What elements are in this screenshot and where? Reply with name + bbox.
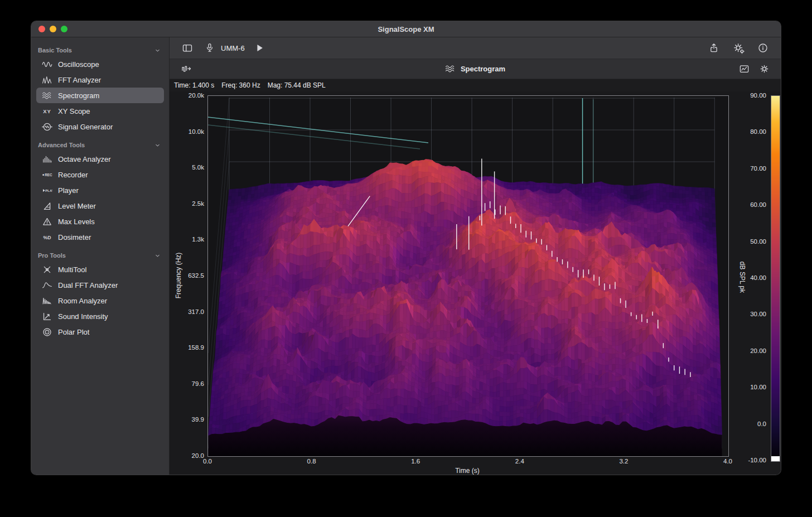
sidebar-item-label: MultiTool (58, 265, 86, 274)
player-icon: PLAY (40, 185, 54, 196)
display-options-button[interactable] (736, 62, 752, 76)
sidebar-item-label: Player (58, 186, 79, 195)
plot-area: Frequency (Hz) 20.0k10.0k5.0k2.5k1.3k632… (170, 91, 781, 475)
x-tick-label: 4.0 (723, 458, 732, 465)
sidebar-item-label: Signal Generator (58, 123, 113, 131)
sidebar-item-label: Polar Plot (58, 328, 89, 336)
chevron-down-icon (154, 252, 161, 259)
polar-plot-icon (40, 327, 54, 337)
settings-gear-icon (733, 42, 745, 54)
start-button[interactable] (252, 41, 267, 55)
settings-button[interactable] (731, 41, 746, 55)
app-window: SignalScope XM Basic ToolsOscilloscopeFF… (31, 21, 781, 475)
sidebar-item-label: Spectrogram (58, 91, 99, 100)
y-axis-ticks: 20.0k10.0k5.0k2.5k1.3k632.5317.0158.979.… (181, 95, 204, 456)
octave-analyzer-icon (40, 154, 54, 165)
colorbar-tick-label: 70.00 (750, 165, 766, 172)
x-tick-label: 2.4 (515, 458, 524, 465)
main-toolbar: UMM-6 (170, 37, 781, 59)
x-tick-label: 0.8 (307, 458, 316, 465)
plot-box (207, 95, 729, 457)
y-tick-label: 79.6 (192, 380, 204, 387)
dosimeter-icon: %D (40, 232, 54, 243)
sidebar-item-level-meter[interactable]: Level Meter (36, 198, 164, 214)
sidebar-section-label: Pro Tools (38, 252, 154, 259)
sidebar-item-signal-generator[interactable]: Signal Generator (36, 119, 164, 134)
view-title-group: Spectrogram (445, 64, 505, 74)
cursor-readout-bar: Time: 1.400 s Freq: 360 Hz Mag: 75.44 dB… (170, 79, 781, 91)
y-tick-label: 1.3k (192, 236, 204, 243)
view-title: Spectrogram (461, 65, 505, 73)
sidebar-item-max-levels[interactable]: Max Levels (36, 214, 164, 229)
svg-text:REC: REC (45, 172, 52, 176)
info-button[interactable] (755, 41, 771, 55)
sidebar-item-label: Oscilloscope (58, 60, 99, 69)
sidebar-item-label: Dual FFT Analyzer (58, 281, 118, 289)
sidebar-section-label: Basic Tools (38, 47, 154, 54)
sidebar-item-dosimeter[interactable]: %DDosimeter (36, 229, 164, 245)
spectrogram-surface[interactable] (208, 96, 728, 456)
sidebar-section-header[interactable]: Basic Tools (31, 44, 169, 56)
sidebar-item-player[interactable]: PLAYPlayer (36, 182, 164, 198)
y-tick-label: 20.0 (192, 452, 204, 459)
colorbar-tick-label: 10.00 (750, 384, 766, 390)
max-levels-icon (40, 216, 54, 227)
cursor-time-readout: Time: 1.400 s (174, 81, 214, 89)
svg-text:XY: XY (43, 108, 51, 114)
view-settings-button[interactable] (756, 62, 772, 76)
sidebar-item-label: XY Scope (58, 107, 90, 115)
sidebar-section-header[interactable]: Pro Tools (31, 249, 169, 262)
cursor-mag-readout: Mag: 75.44 dB SPL (268, 81, 326, 89)
sidebar-item-label: Level Meter (58, 202, 96, 210)
sidebar-item-label: FFT Analyzer (58, 76, 101, 84)
main-panel: UMM-6 Spectrogram Time: 1.400 s Fr (170, 37, 781, 475)
sidebar-item-recorder[interactable]: RECRecorder (36, 167, 164, 182)
svg-text:PLAY: PLAY (45, 189, 52, 192)
sidebar-item-multitool[interactable]: MultiTool (36, 262, 164, 277)
x-tick-label: 1.6 (411, 458, 420, 465)
sidebar-item-xy-scope[interactable]: XYXY Scope (36, 103, 164, 119)
sidebar-item-octave-analyzer[interactable]: Octave Analyzer (36, 151, 164, 167)
share-button[interactable] (706, 41, 722, 55)
colorbar-tick-label: 90.00 (750, 92, 766, 99)
y-tick-label: 39.9 (192, 416, 204, 423)
sidebar-section-label: Advanced Tools (38, 142, 154, 148)
oscilloscope-icon (40, 59, 54, 70)
gear-icon (759, 64, 770, 74)
share-icon (708, 42, 719, 54)
toggle-sidebar-button[interactable] (180, 41, 195, 55)
signal-flow-button[interactable] (178, 62, 194, 76)
waveform-output-icon (181, 64, 192, 74)
xy-scope-icon: XY (40, 106, 54, 117)
spectrogram-icon (40, 90, 54, 101)
recorder-icon: REC (40, 170, 54, 180)
colorbar-tick-label: 80.00 (750, 128, 766, 135)
sidebar-toggle-icon (182, 42, 193, 54)
sidebar-item-dual-fft-analyzer[interactable]: Dual FFT Analyzer (36, 277, 164, 293)
x-axis-ticks: 0.00.81.62.43.24.0 (207, 458, 729, 466)
y-tick-label: 2.5k (192, 200, 204, 207)
sidebar-section-header[interactable]: Advanced Tools (31, 139, 169, 151)
multitool-icon (40, 264, 54, 275)
sidebar-item-polar-plot[interactable]: Polar Plot (36, 324, 164, 340)
colorbar-tick-label: 50.00 (750, 238, 766, 245)
sidebar-item-sound-intensity[interactable]: Sound Intensity (36, 308, 164, 324)
colorbar-tick-label: 60.00 (750, 201, 766, 208)
chevron-down-icon (154, 47, 161, 54)
sidebar-item-spectrogram[interactable]: Spectrogram (36, 88, 164, 103)
info-icon (757, 42, 768, 54)
view-toolbar: Spectrogram (170, 59, 781, 79)
y-tick-label: 317.0 (188, 308, 204, 315)
sidebar-item-fft-analyzer[interactable]: FFT Analyzer (36, 72, 164, 88)
input-device-label[interactable]: UMM-6 (221, 44, 245, 52)
cursor-freq-readout: Freq: 360 Hz (221, 81, 260, 89)
window-title: SignalScope XM (31, 21, 781, 37)
colorbar-tick-label: -10.00 (748, 457, 766, 463)
title-bar: SignalScope XM (31, 21, 781, 37)
sidebar-item-oscilloscope[interactable]: Oscilloscope (36, 56, 164, 72)
sidebar-item-label: Octave Analyzer (58, 155, 111, 163)
sidebar-item-room-analyzer[interactable]: Room Analyzer (36, 293, 164, 308)
microphone-icon (204, 42, 215, 54)
colorbar-tick-label: 20.00 (750, 347, 766, 354)
y-tick-label: 158.9 (188, 344, 204, 351)
